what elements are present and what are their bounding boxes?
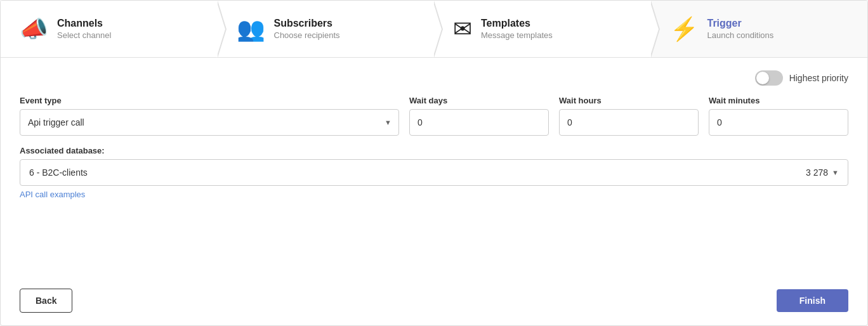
wait-days-input[interactable] [409,109,549,136]
db-section-label: Associated database: [20,146,848,155]
db-count-value: 3 278 [806,167,828,178]
trigger-subtitle: Launch conditions [707,30,774,40]
wait-minutes-input[interactable] [709,109,848,136]
trigger-title: Trigger [707,18,774,29]
finish-button[interactable]: Finish [777,289,848,312]
templates-icon: ✉ [453,16,472,42]
wait-days-group: Wait days [409,96,549,136]
priority-row: Highest priority [20,70,848,86]
subscribers-icon: 👥 [237,16,265,42]
subscribers-text: Subscribers Choose recipients [274,18,340,40]
wizard-step-subscribers[interactable]: 👥 Subscribers Choose recipients [218,1,435,57]
wait-hours-group: Wait hours [559,96,699,136]
wizard-step-channels[interactable]: 📣 Channels Select channel [1,1,218,57]
priority-toggle[interactable] [755,70,783,86]
event-type-label: Event type [20,96,399,105]
channels-subtitle: Select channel [57,30,111,40]
event-type-select-wrapper: Api trigger call [20,109,399,136]
trigger-text: Trigger Launch conditions [707,18,774,40]
wait-hours-label: Wait hours [559,96,699,105]
db-row: 6 - B2C-clients 3 278 ▼ [20,159,848,186]
channels-text: Channels Select channel [57,18,111,40]
db-count-chevron-icon: ▼ [832,169,839,176]
templates-subtitle: Message templates [481,30,553,40]
subscribers-subtitle: Choose recipients [274,30,340,40]
channels-icon: 📣 [20,16,48,42]
event-type-select[interactable]: Api trigger call [20,109,399,136]
wizard-step-trigger[interactable]: ⚡ Trigger Launch conditions [651,1,868,57]
api-link[interactable]: API call examples [20,190,848,199]
back-button[interactable]: Back [20,289,72,313]
templates-text: Templates Message templates [481,18,553,40]
wizard-header: 📣 Channels Select channel 👥 Subscribers … [1,1,867,58]
db-section: Associated database: 6 - B2C-clients 3 2… [20,146,848,199]
wait-minutes-label: Wait minutes [709,96,848,105]
db-name: 6 - B2C-clients [29,167,88,178]
wait-hours-input[interactable] [559,109,699,136]
form-row: Event type Api trigger call Wait days Wa… [20,96,848,136]
footer-row: Back Finish [20,282,848,313]
toggle-knob [756,72,769,84]
event-type-group: Event type Api trigger call [20,96,399,136]
wizard-step-templates[interactable]: ✉ Templates Message templates [434,1,651,57]
db-count-button[interactable]: 3 278 ▼ [806,167,839,178]
wait-days-label: Wait days [409,96,549,105]
templates-title: Templates [481,18,553,29]
channels-title: Channels [57,18,111,29]
main-content: Highest priority Event type Api trigger … [1,58,867,325]
page-wrapper: 📣 Channels Select channel 👥 Subscribers … [0,0,868,326]
trigger-icon: ⚡ [670,16,699,42]
wait-minutes-group: Wait minutes [709,96,848,136]
priority-label: Highest priority [789,73,848,83]
subscribers-title: Subscribers [274,18,340,29]
